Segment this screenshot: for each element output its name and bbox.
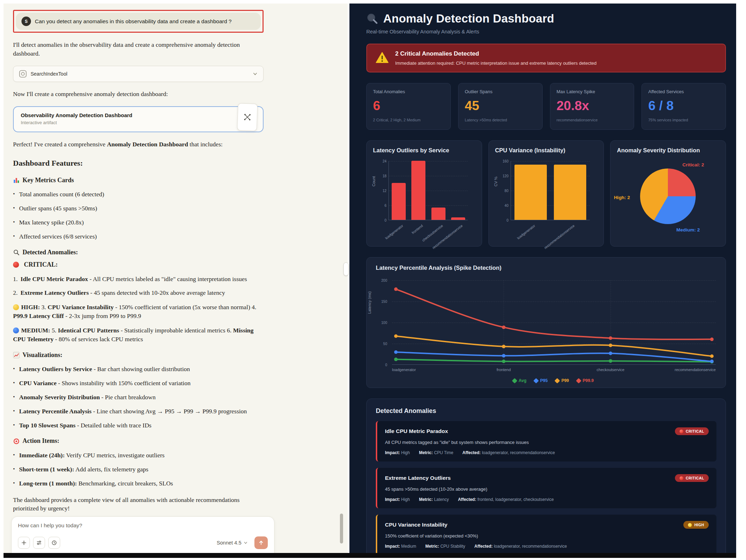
visualizations-heading-text: Visualizations: (23, 351, 62, 360)
action-item-bullet: •Short-term (1 week): Add alerts, fix te… (13, 465, 261, 474)
anomaly-meta-item: Impact: High (385, 450, 410, 455)
model-selector[interactable]: Sonnet 4.5 (217, 540, 248, 546)
text-segment: Latency Percentile Analysis (19, 408, 91, 415)
meta-value: loadgenerator, recommendationservice (493, 544, 567, 549)
send-arrow-icon (258, 540, 264, 546)
numbered-text: Extreme Latency Outliers - 45 spans dete… (20, 288, 225, 297)
detected-anomalies-heading: Detected Anomalies (376, 407, 716, 415)
y-tick-label: 12 (383, 189, 386, 193)
bar (451, 217, 465, 220)
y-axis-title: Count (372, 176, 376, 186)
x-tick-label: recommendationservice (544, 224, 575, 250)
data-point (502, 345, 505, 348)
visualization-bullet: •Top 10 Slowest Spans - Detailed table w… (13, 421, 261, 430)
anomaly-title: Idle CPU Metric Paradox (385, 428, 448, 434)
action-item-bullet: •Immediate (24h): Verify CPU metrics, in… (13, 451, 261, 460)
y-tick-label: 200 (381, 279, 387, 282)
bullet-icon: • (13, 407, 15, 416)
meta-label: Impact: (385, 544, 400, 549)
send-button[interactable] (254, 536, 268, 549)
text-segment: Anomaly Detection Dashboard (107, 141, 188, 148)
text-segment: CPU Variance (19, 380, 56, 387)
bullet-icon: • (13, 379, 15, 388)
meta-value: High (400, 497, 410, 502)
meta-value: High (400, 450, 410, 455)
metric-value: 20.8x (557, 98, 628, 113)
panel-resize-handle[interactable] (343, 262, 349, 276)
bullet-text: Max latency spike (20.8x) (19, 218, 84, 227)
pie-chart-severity: Critical: 2Medium: 2High: 2 (617, 161, 719, 238)
model-name: Sonnet 4.5 (217, 540, 241, 546)
anomaly-meta-item: Impact: Medium (385, 544, 416, 549)
action-items-heading-text: Action Items: (23, 437, 59, 446)
text-segment: - Line chart showing Avg → P95 → P99 → P… (91, 408, 247, 415)
anomaly-card: CPU Variance InstabilityHIGH150% coeffic… (376, 515, 716, 553)
bullet-icon: • (13, 233, 15, 241)
severity-badge: CRITICAL (675, 427, 709, 435)
bullet-text: Short-term (1 week): Add alerts, fix tel… (19, 465, 148, 474)
metric-label: Total Anomalies (373, 89, 444, 94)
metric-card-row: Total Anomalies62 Critical, 2 High, 2 Me… (366, 83, 726, 130)
chat-scrollbar-thumb[interactable] (340, 514, 343, 543)
meta-label: Metric: (419, 497, 433, 502)
history-button[interactable] (48, 537, 60, 549)
legend-marker (555, 378, 560, 383)
key-metric-bullet: •Outlier spans (45 spans >50ms) (13, 204, 261, 213)
bullet-icon: • (13, 365, 15, 374)
dashboard-subtitle: Real-time Observability Anomaly Analysis… (366, 29, 731, 34)
metric-sublabel: 75% services impacted (648, 118, 719, 122)
meta-label: Affected: (458, 497, 476, 502)
legend-item: Avg (513, 378, 526, 383)
text-segment: Latency Outliers by Service (19, 365, 92, 373)
series-line-Avg (396, 359, 712, 362)
legend-marker (533, 378, 539, 383)
critical-numbered-list: 1.Idle CPU Metric Paradox - All CPU metr… (13, 275, 267, 298)
data-point (609, 344, 612, 347)
key-metric-bullet: •Affected services (6/8 services) (13, 232, 261, 241)
anomaly-title: CPU Variance Instability (385, 522, 447, 528)
bullet-text: Total anomalies count (6 detected) (19, 190, 104, 199)
text-segment: Verify CPU metrics, investigate outliers (65, 452, 165, 459)
assistant-intro: I'll detect anomalies in the observabili… (13, 40, 261, 58)
text-segment: - 80% of services lack CPU metrics (53, 336, 143, 343)
user-message-bubble: S Can you detect any anomalies in this o… (16, 13, 261, 30)
attach-button[interactable] (18, 537, 30, 549)
text-segment: Outlier spans (45 spans >50ms) (19, 205, 97, 212)
chart-card-severity-pie: Anomaly Severity Distribution Critical: … (610, 140, 726, 247)
user-avatar: S (21, 17, 31, 26)
y-axis-title: Latency (ms) (367, 291, 372, 314)
high-severity-text: HIGH: 3. CPU Variance Instability - 150%… (13, 304, 256, 319)
search-icon (366, 13, 378, 25)
artifact-preview-thumb[interactable] (237, 103, 258, 131)
meta-label: Impact: (385, 450, 400, 455)
text-segment: CPU Variance Instability (48, 304, 114, 311)
artifact-card[interactable]: Observability Anomaly Detection Dashboar… (13, 106, 264, 132)
tools-button[interactable] (33, 537, 45, 549)
line-chart-svg (392, 280, 716, 365)
bullet-icon: • (13, 479, 15, 488)
clock-icon (51, 540, 57, 546)
key-metric-bullet: •Total anomalies count (6 detected) (13, 190, 261, 199)
data-point (609, 352, 612, 355)
text-segment: - 150% coefficient of variation (5x wors… (114, 304, 256, 311)
anomaly-card-header: Extreme Latency OutliersCRITICAL (385, 474, 709, 482)
search-icon (13, 249, 20, 256)
y-axis-title: CV % (494, 177, 498, 186)
x-axis-labels: loadgeneratorfrontendcheckoutservicereco… (392, 368, 716, 373)
meta-value: loadgenerator, recommendationservice (481, 450, 555, 455)
data-point (502, 325, 505, 329)
x-tick-label: checkoutservice (597, 368, 625, 372)
bar-plot-area: 06121824loadgeneratorfrontendcheckoutser… (388, 161, 468, 220)
data-point (710, 338, 714, 341)
metric-sublabel: 2 Critical, 2 High, 2 Medium (373, 118, 444, 122)
bar-chart-icon (13, 177, 20, 184)
visualization-bullet: •Latency Percentile Analysis - Line char… (13, 407, 261, 416)
tool-call-card[interactable]: SearchIndexTool (13, 66, 264, 82)
chat-input[interactable] (18, 522, 268, 529)
x-tick-label: frontend (411, 224, 424, 235)
anomaly-meta-item: Metric: CPU Stability (425, 544, 465, 549)
y-tick-label: 0 (506, 218, 508, 222)
y-tick-label: 80 (505, 189, 508, 193)
gridline (511, 161, 590, 161)
text-segment: 3. (40, 304, 48, 311)
